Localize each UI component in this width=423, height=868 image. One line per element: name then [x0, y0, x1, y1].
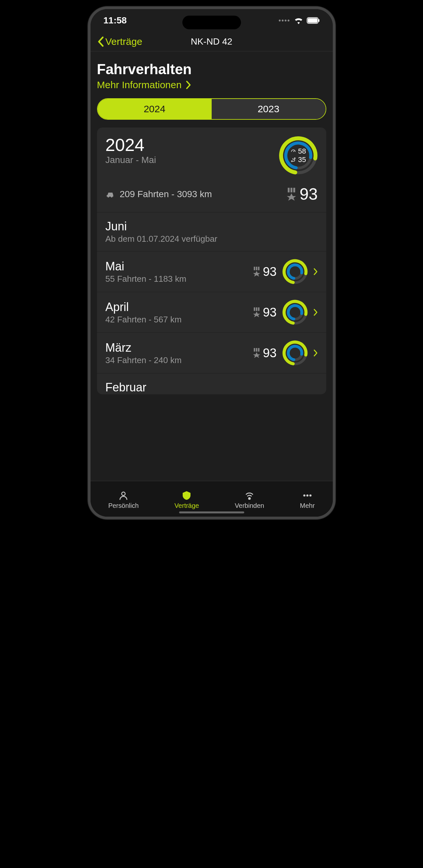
month-sub: 55 Fahrten - 1183 km — [106, 274, 248, 284]
tab-connect[interactable]: Verbinden — [235, 490, 264, 509]
month-sub: 42 Fahrten - 567 km — [106, 315, 248, 325]
month-row-maerz[interactable]: März 34 Fahrten - 240 km 93 — [97, 333, 326, 373]
nav-header: Verträge NK-ND 42 — [90, 32, 333, 52]
route-icon — [290, 157, 296, 163]
back-label: Verträge — [106, 36, 142, 47]
month-row-april[interactable]: April 42 Fahrten - 567 km 93 — [97, 292, 326, 333]
chevron-right-icon — [313, 308, 318, 316]
month-name: März — [106, 341, 248, 354]
svg-point-40 — [306, 495, 308, 497]
stats-card: 2024 Januar - Mai 58 35 — [97, 127, 326, 394]
chevron-right-icon — [313, 349, 318, 357]
more-info-label: Mehr Informationen — [97, 80, 182, 90]
content: Fahrverhalten Mehr Informationen 2024 20… — [90, 52, 333, 481]
more-info-link[interactable]: Mehr Informationen — [97, 80, 326, 90]
tab-label: Mehr — [300, 502, 315, 509]
svg-rect-30 — [256, 348, 257, 352]
svg-rect-22 — [256, 307, 257, 311]
month-score: 93 — [252, 265, 277, 279]
score-ring-icon: 58 35 — [279, 136, 318, 175]
chevron-right-icon — [186, 81, 191, 89]
chevron-left-icon — [97, 36, 104, 47]
score-ring-icon — [282, 259, 308, 285]
chevron-right-icon — [313, 268, 318, 276]
month-sub: 34 Fahrten - 240 km — [106, 355, 248, 365]
month-score-value: 93 — [263, 265, 277, 279]
svg-rect-13 — [254, 267, 255, 270]
svg-marker-12 — [287, 193, 296, 201]
trips-text: 209 Fahrten - 3093 km — [120, 189, 212, 199]
tab-label: Verträge — [174, 502, 199, 509]
svg-rect-9 — [288, 188, 290, 192]
stat-route: 35 — [298, 156, 306, 164]
summary-range: Januar - Mai — [106, 155, 156, 165]
month-pending-note: Ab dem 01.07.2024 verfügbar — [106, 234, 318, 244]
tab-label: Persönlich — [108, 502, 138, 509]
year-tab-2024[interactable]: 2024 — [98, 99, 212, 119]
phone-frame: 11:58 •••• Verträge NK-ND 42 Fahrverhalt… — [88, 6, 335, 519]
year-toggle: 2024 2023 — [97, 98, 326, 120]
svg-point-41 — [309, 495, 312, 497]
svg-marker-32 — [253, 352, 260, 358]
more-icon — [302, 490, 313, 501]
medal-icon — [252, 267, 261, 277]
status-time: 11:58 — [104, 15, 127, 26]
svg-point-39 — [303, 495, 306, 497]
month-name: April — [106, 300, 248, 314]
tab-more[interactable]: Mehr — [300, 490, 315, 509]
svg-point-38 — [249, 498, 250, 499]
summary-year: 2024 — [106, 136, 156, 154]
speed-icon — [290, 148, 296, 154]
svg-rect-21 — [254, 307, 255, 311]
svg-rect-11 — [293, 188, 295, 192]
svg-point-34 — [282, 340, 308, 366]
cell-dots-icon: •••• — [278, 17, 290, 24]
status-indicators: •••• — [278, 17, 319, 24]
stat-speed: 58 — [298, 147, 306, 156]
month-score: 93 — [252, 346, 277, 360]
svg-point-7 — [291, 161, 292, 162]
month-name: Juni — [106, 220, 318, 233]
svg-point-8 — [294, 158, 295, 159]
battery-icon — [307, 17, 320, 24]
status-bar: 11:58 •••• — [90, 9, 333, 32]
svg-point-37 — [122, 492, 125, 495]
month-row-pending: Juni Ab dem 01.07.2024 verfügbar — [97, 212, 326, 251]
month-score: 93 — [252, 306, 277, 319]
medal-icon — [252, 307, 261, 317]
svg-marker-24 — [253, 312, 260, 317]
month-name: Mai — [106, 259, 248, 273]
svg-rect-10 — [290, 188, 292, 192]
svg-point-18 — [282, 259, 308, 284]
medal-icon — [286, 188, 297, 201]
svg-rect-15 — [258, 267, 259, 270]
page-title: Fahrverhalten — [97, 61, 326, 78]
nav-title: NK-ND 42 — [191, 36, 232, 47]
svg-point-26 — [282, 300, 308, 325]
screen: 11:58 •••• Verträge NK-ND 42 Fahrverhalt… — [90, 9, 333, 517]
month-score-value: 93 — [263, 306, 277, 319]
score-ring-icon — [282, 299, 308, 326]
shield-icon — [181, 490, 192, 501]
svg-rect-23 — [258, 307, 259, 311]
score-ring-icon — [282, 340, 308, 366]
month-score-value: 93 — [263, 346, 277, 360]
medal-icon — [252, 348, 261, 358]
back-button[interactable]: Verträge — [97, 36, 142, 47]
svg-marker-16 — [253, 271, 260, 277]
person-icon — [118, 490, 129, 501]
tab-personal[interactable]: Persönlich — [108, 490, 138, 509]
month-row-mai[interactable]: Mai 55 Fahrten - 1183 km 93 — [97, 251, 326, 292]
tab-label: Verbinden — [235, 502, 264, 509]
svg-rect-1 — [308, 18, 317, 23]
svg-rect-14 — [256, 267, 257, 270]
car-icon — [106, 191, 115, 198]
month-name: Februar — [106, 381, 318, 394]
svg-rect-31 — [258, 348, 259, 352]
summary-score: 93 — [300, 185, 318, 204]
month-row-februar[interactable]: Februar — [97, 373, 326, 394]
tab-contracts[interactable]: Verträge — [174, 490, 199, 509]
year-tab-2023[interactable]: 2023 — [212, 99, 326, 119]
wifi-icon — [294, 17, 304, 24]
svg-rect-29 — [254, 348, 255, 352]
